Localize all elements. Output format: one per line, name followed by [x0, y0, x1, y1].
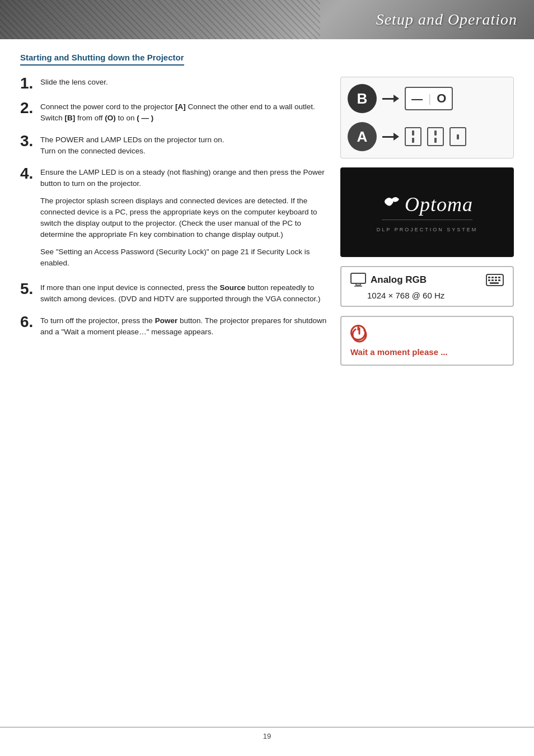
header-pattern: [0, 0, 320, 39]
step-5-text: If more than one input device is connect…: [40, 282, 327, 305]
optoma-splash-screen: Optoma DLP PROJECTION SYSTEM: [340, 167, 514, 257]
page-number: 19: [263, 732, 271, 740]
step-6-text: To turn off the projector, press the Pow…: [40, 315, 327, 338]
plug-pin-1: [412, 130, 414, 136]
step-4-para2: See "Setting an Access Password (Securit…: [40, 246, 327, 269]
power-switch-diagram: B — | O A: [340, 77, 514, 158]
optoma-tagline: DLP PROJECTION SYSTEM: [377, 227, 477, 232]
two-col-layout: 1. Slide the lens cover. 2. Connect the …: [20, 77, 514, 366]
wait-message: Wait a moment please ...: [350, 347, 448, 357]
step-4: 4. Ensure the LAMP LED is on a steady (n…: [20, 167, 327, 272]
a-label: A: [348, 122, 377, 151]
monitor-icon: [350, 273, 366, 287]
wait-moment-box: Wait a moment please ...: [340, 316, 514, 366]
svg-rect-5: [491, 277, 494, 278]
plug-area: [405, 127, 466, 146]
step-6: 6. To turn off the projector, press the …: [20, 315, 327, 338]
switch-on-symbol: —: [411, 92, 423, 105]
plug-pin-3: [434, 130, 437, 136]
switch-box: — | O: [405, 87, 453, 110]
step-4-para1: The projector splash screen displays and…: [40, 195, 327, 241]
analog-row-top: Analog RGB: [350, 273, 504, 287]
step-1-number: 1.: [20, 76, 40, 91]
optoma-logo: Optoma: [381, 193, 473, 216]
analog-rgb-box: Analog RGB: [340, 266, 514, 307]
steps-column: 1. Slide the lens cover. 2. Connect the …: [20, 77, 327, 366]
keyboard-icon: [486, 274, 504, 286]
svg-rect-7: [498, 277, 500, 278]
arrow-a: [382, 133, 399, 141]
svg-rect-6: [495, 277, 497, 278]
diagram-row-b: B — | O: [348, 84, 507, 113]
plug-pin-2: [412, 138, 414, 143]
b-label: B: [348, 84, 377, 113]
step-2: 2. Connect the power cord to the project…: [20, 101, 327, 124]
optoma-divider: [382, 220, 472, 220]
svg-rect-12: [490, 282, 499, 284]
plug-socket-3: [449, 127, 466, 146]
svg-rect-11: [498, 279, 500, 281]
plug-socket-2: [427, 127, 444, 146]
power-off-icon: [350, 325, 366, 340]
optoma-bird-icon: [381, 194, 402, 215]
step-2-number: 2.: [20, 100, 40, 116]
svg-rect-0: [351, 273, 366, 283]
plug-pin-4: [434, 138, 437, 143]
diagram-row-a: A: [348, 122, 507, 151]
plug-socket-1: [405, 127, 421, 146]
main-content: Starting and Shutting down the Projector…: [0, 39, 534, 388]
switch-divider: |: [428, 92, 431, 105]
svg-rect-10: [495, 279, 497, 281]
header-bar: Setup and Operation: [0, 0, 534, 39]
step-4-main: Ensure the LAMP LED is on a steady (not …: [40, 167, 327, 190]
svg-rect-4: [488, 277, 490, 278]
step-3: 3. The POWER and LAMP LEDs on the projec…: [20, 134, 327, 157]
header-title: Setup and Operation: [376, 11, 517, 29]
step-1: 1. Slide the lens cover.: [20, 77, 327, 91]
step-5-number: 5.: [20, 281, 40, 297]
analog-resolution: 1024 × 768 @ 60 Hz: [367, 291, 444, 300]
svg-rect-8: [488, 279, 490, 281]
analog-left: Analog RGB: [350, 273, 427, 287]
arrow-b: [382, 95, 399, 102]
diagram-rows: B — | O A: [348, 84, 507, 151]
step-2-text: Connect the power cord to the projector …: [40, 101, 327, 124]
analog-title: Analog RGB: [371, 274, 427, 286]
svg-rect-1: [356, 283, 360, 285]
step-4-text: Ensure the LAMP LED is on a steady (not …: [40, 167, 327, 272]
optoma-logo-text: Optoma: [405, 193, 473, 216]
right-column: B — | O A: [340, 77, 514, 366]
step-1-text: Slide the lens cover.: [40, 77, 327, 88]
step-5: 5. If more than one input device is conn…: [20, 282, 327, 305]
plug-pin-5: [457, 134, 459, 139]
svg-rect-9: [491, 279, 494, 281]
section-title: Starting and Shutting down the Projector: [20, 53, 184, 66]
step-6-number: 6.: [20, 314, 40, 330]
switch-row: — | O: [411, 91, 446, 106]
page-footer: 19: [0, 727, 534, 745]
step-4-number: 4.: [20, 166, 40, 181]
step-3-text: The POWER and LAMP LEDs on the projector…: [40, 134, 327, 157]
switch-off-symbol: O: [437, 91, 446, 106]
step-3-number: 3.: [20, 133, 40, 149]
